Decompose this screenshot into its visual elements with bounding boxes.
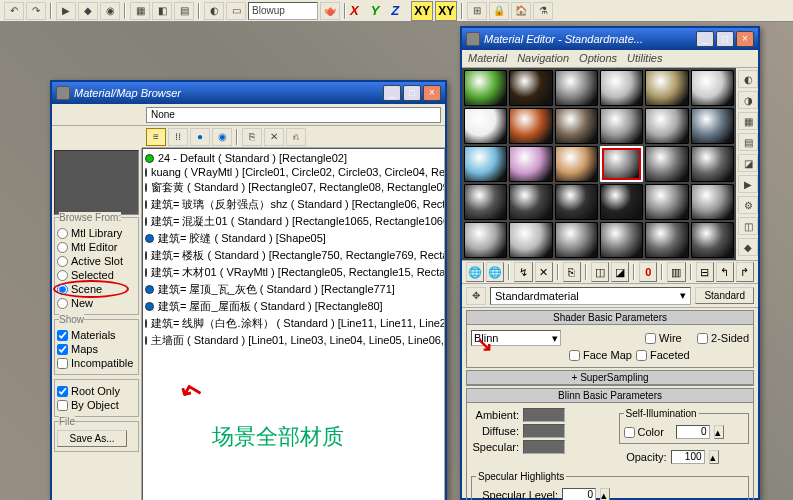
backlight-icon[interactable]: ◑ xyxy=(738,91,758,109)
check-wire[interactable]: Wire xyxy=(645,331,693,345)
sample-slot[interactable] xyxy=(645,108,688,144)
make-copy-icon[interactable]: ⎘ xyxy=(563,262,581,282)
view-sphere-icon[interactable]: ● xyxy=(190,128,210,146)
toolbar-btn[interactable]: ⚗ xyxy=(533,2,553,20)
toolbar-btn[interactable]: ⊞ xyxy=(467,2,487,20)
go-parent-icon[interactable]: ↰ xyxy=(716,262,734,282)
menu-material[interactable]: Material xyxy=(468,52,507,65)
list-item[interactable]: 建筑= 胶缝 ( Standard ) [Shape05] xyxy=(145,230,442,247)
spinner-btn[interactable]: ▴ xyxy=(714,425,724,439)
radio-scene[interactable]: Scene xyxy=(57,282,136,296)
sample-slot[interactable] xyxy=(600,108,643,144)
current-selection-field[interactable]: None xyxy=(146,107,441,123)
toolbar-btn[interactable]: ◆ xyxy=(78,2,98,20)
specular-swatch[interactable] xyxy=(523,440,565,454)
list-item[interactable]: 建筑= 屋面_屋面板 ( Standard ) [Rectangle80] xyxy=(145,298,442,315)
put-to-scene-icon[interactable]: 🌐 xyxy=(486,262,504,282)
toolbar-btn[interactable]: ▶ xyxy=(56,2,76,20)
selfillum-spinner[interactable]: 0 xyxy=(676,425,710,439)
make-unique-icon[interactable]: ◫ xyxy=(591,262,609,282)
blowup-dropdown[interactable]: Blowup xyxy=(248,2,318,20)
speclevel-spinner[interactable]: 0 xyxy=(562,488,596,500)
make-preview-icon[interactable]: ▶ xyxy=(738,175,758,193)
menu-utilities[interactable]: Utilities xyxy=(627,52,662,65)
menu-navigation[interactable]: Navigation xyxy=(517,52,569,65)
browser-titlebar[interactable]: Material/Map Browser _ □ × xyxy=(52,82,445,104)
sample-slot[interactable] xyxy=(645,70,688,106)
check-2sided[interactable]: 2-Sided xyxy=(697,331,749,345)
list-item[interactable]: 建筑= 玻璃（反射强点）shz ( Standard ) [Rectangle0… xyxy=(145,196,442,213)
list-item[interactable]: 主墙面 ( Standard ) [Line01, Line03, Line04… xyxy=(145,332,442,349)
check-materials[interactable]: Materials xyxy=(57,328,136,342)
sample-slot[interactable] xyxy=(464,70,507,106)
assign-icon[interactable]: ↯ xyxy=(514,262,532,282)
toolbar-btn[interactable]: ▭ xyxy=(226,2,246,20)
sample-slot[interactable] xyxy=(555,184,598,220)
list-item[interactable]: 24 - Default ( Standard ) [Rectangle02] xyxy=(145,151,442,165)
rollout-shader-basic-params[interactable]: Shader Basic Parameters xyxy=(467,311,753,325)
sample-slot[interactable] xyxy=(509,70,552,106)
check-facemap[interactable]: Face Map xyxy=(569,348,632,362)
minimize-button[interactable]: _ xyxy=(383,85,401,101)
sample-slot[interactable] xyxy=(509,184,552,220)
spinner-btn[interactable]: ▴ xyxy=(709,450,719,464)
sample-slot[interactable] xyxy=(691,222,734,258)
toolbar-btn[interactable]: ▦ xyxy=(130,2,150,20)
diffuse-swatch[interactable] xyxy=(523,424,565,438)
video-check-icon[interactable]: ◪ xyxy=(738,154,758,172)
sample-slot[interactable] xyxy=(645,146,688,182)
sample-slot[interactable] xyxy=(691,70,734,106)
opacity-spinner[interactable]: 100 xyxy=(671,450,705,464)
list-item[interactable]: 建筑= 木材01 ( VRayMtl ) [Rectangle05, Recta… xyxy=(145,264,442,281)
uv-tiling-icon[interactable]: ▤ xyxy=(738,133,758,151)
list-item[interactable]: 建筑= 线脚（白色.涂料） ( Standard ) [Line11, Line… xyxy=(145,315,442,332)
action-btn[interactable]: ✕ xyxy=(264,128,284,146)
sample-slot[interactable] xyxy=(555,222,598,258)
options-icon[interactable]: ⚙ xyxy=(738,196,758,214)
plane-xy[interactable]: XY xyxy=(411,1,433,21)
axis-z-label[interactable]: Z xyxy=(391,3,399,18)
sample-slot[interactable] xyxy=(600,70,643,106)
list-item[interactable]: 建筑= 楼板 ( Standard ) [Rectangle750, Recta… xyxy=(145,247,442,264)
sample-slot[interactable] xyxy=(691,184,734,220)
view-list-icon[interactable]: ≡ xyxy=(146,128,166,146)
sample-slot[interactable] xyxy=(464,222,507,258)
save-as-button[interactable]: Save As... xyxy=(57,430,127,447)
shader-dropdown[interactable]: Blinn▾ xyxy=(471,330,561,346)
sample-slot[interactable] xyxy=(691,108,734,144)
check-incompatible[interactable]: Incompatible xyxy=(57,356,136,370)
menu-options[interactable]: Options xyxy=(579,52,617,65)
select-by-mat-icon[interactable]: ◫ xyxy=(738,217,758,235)
background-icon[interactable]: ▦ xyxy=(738,112,758,130)
check-faceted[interactable]: Faceted xyxy=(636,348,690,362)
reset-icon[interactable]: ✕ xyxy=(535,262,553,282)
toolbar-btn[interactable]: ↷ xyxy=(26,2,46,20)
radio-active-slot[interactable]: Active Slot xyxy=(57,254,136,268)
check-root-only[interactable]: Root Only xyxy=(57,384,136,398)
toolbar-btn[interactable]: ↶ xyxy=(4,2,24,20)
list-item[interactable]: 窗套黄 ( Standard ) [Rectangle07, Rectangle… xyxy=(145,179,442,196)
toolbar-btn[interactable]: ◉ xyxy=(100,2,120,20)
mat-map-nav-icon[interactable]: ◆ xyxy=(738,238,758,256)
mat-id-icon[interactable]: 0 xyxy=(639,262,657,282)
spinner-btn[interactable]: ▴ xyxy=(600,488,610,500)
radio-mtl-editor[interactable]: Mtl Editor xyxy=(57,240,136,254)
sample-slot[interactable] xyxy=(509,146,552,182)
list-item[interactable]: 建筑= 混凝土01 ( Standard ) [Rectangle1065, R… xyxy=(145,213,442,230)
sample-type-icon[interactable]: ◐ xyxy=(738,70,758,88)
list-item[interactable]: 建筑= 屋顶_瓦_灰色 ( Standard ) [Rectangle771] xyxy=(145,281,442,298)
axis-x-label[interactable]: X xyxy=(350,3,359,18)
toolbar-btn[interactable]: 🔒 xyxy=(489,2,509,20)
sample-slot[interactable] xyxy=(509,108,552,144)
sample-slot[interactable] xyxy=(645,184,688,220)
put-to-lib-icon[interactable]: ◪ xyxy=(611,262,629,282)
action-btn[interactable]: ⎌ xyxy=(286,128,306,146)
toolbar-btn[interactable]: 🏠 xyxy=(511,2,531,20)
radio-new[interactable]: New xyxy=(57,296,136,310)
close-button[interactable]: × xyxy=(423,85,441,101)
material-name-dropdown[interactable]: Standardmaterial▾ xyxy=(490,287,691,305)
sample-slot[interactable] xyxy=(555,146,598,182)
plane-xy2[interactable]: XY xyxy=(435,1,457,21)
toolbar-btn[interactable]: 🫖 xyxy=(320,2,340,20)
sample-slot[interactable] xyxy=(509,222,552,258)
